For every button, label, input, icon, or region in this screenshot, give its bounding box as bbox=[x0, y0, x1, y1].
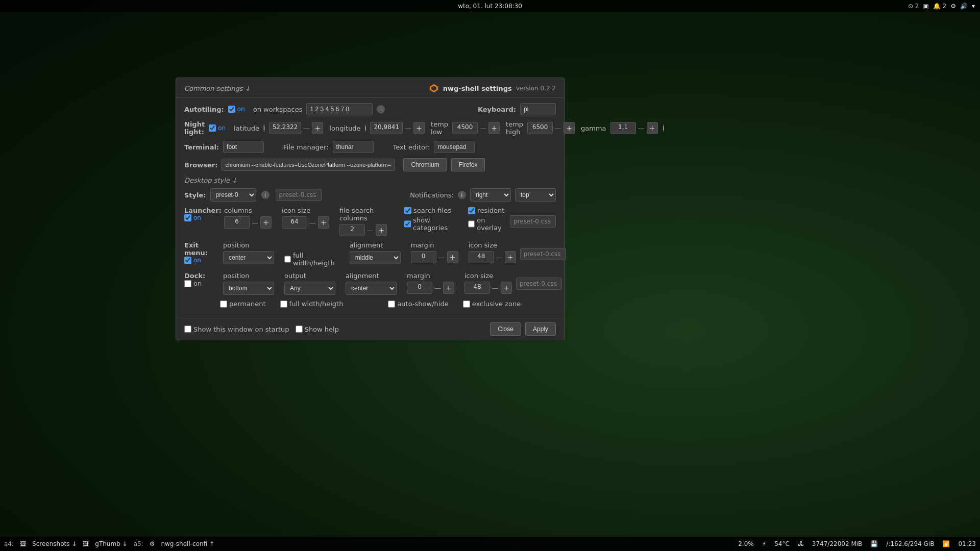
notifications-corner-select[interactable]: top bottom bbox=[515, 188, 556, 202]
launcher-columns-label: columns bbox=[224, 207, 272, 214]
browser-input[interactable] bbox=[222, 159, 395, 171]
dock-permanent-checkbox[interactable] bbox=[220, 300, 227, 308]
gthumb-label[interactable]: gThumb ↓ bbox=[95, 540, 127, 547]
exit-menu-checkbox[interactable] bbox=[184, 257, 191, 264]
workspace-a4[interactable]: a4: bbox=[4, 540, 14, 547]
common-settings-section[interactable]: Common settings ↓ bbox=[184, 85, 251, 92]
exit-margin-minus[interactable]: — bbox=[437, 254, 446, 261]
style-preset-select[interactable]: preset-0 preset-1 bbox=[210, 188, 256, 202]
topbar-icon-window: ▣ bbox=[923, 3, 928, 10]
launcher-checkbox-wrap: on bbox=[184, 214, 201, 221]
longitude-minus-icon[interactable]: — bbox=[404, 124, 412, 132]
topbar-icon-volume[interactable]: 🔊 bbox=[960, 3, 968, 10]
launcher-icon-size-minus[interactable]: — bbox=[308, 219, 317, 227]
keyboard-input[interactable] bbox=[520, 103, 556, 115]
dock-label: Dock: bbox=[184, 272, 205, 280]
temp-high-label: temp high bbox=[506, 120, 523, 136]
dock-margin-plus[interactable]: + bbox=[443, 282, 454, 294]
latitude-minus-icon[interactable]: — bbox=[302, 124, 311, 132]
topbar-icon-settings[interactable]: ⚙ bbox=[950, 3, 956, 10]
topbar-right: ⊙ 2 ▣ 🔔 2 ⚙ 🔊 ▾ bbox=[908, 3, 975, 10]
launcher-columns-minus[interactable]: — bbox=[251, 219, 259, 227]
close-button[interactable]: Close bbox=[490, 322, 521, 336]
temp-low-plus-btn[interactable]: + bbox=[488, 122, 500, 134]
autotiling-label: Autotiling: bbox=[184, 106, 224, 113]
launcher-checkbox[interactable] bbox=[184, 214, 191, 221]
app-version: version 0.2.2 bbox=[516, 85, 556, 92]
disk-usage: /:162.6/294 GiB bbox=[886, 540, 934, 547]
resident-checkbox[interactable] bbox=[468, 207, 475, 214]
latitude-info-icon[interactable]: i bbox=[263, 124, 265, 132]
bottombar: a4: 🖼 Screenshots ↓ 🖼 gThumb ↓ a5: ⚙ nwg… bbox=[0, 537, 980, 551]
search-files-checkbox[interactable] bbox=[404, 207, 411, 214]
file-search-minus[interactable]: — bbox=[366, 227, 375, 234]
dock-position-select[interactable]: bottom top left right bbox=[223, 282, 274, 295]
temp-high-plus-btn[interactable]: + bbox=[564, 122, 575, 134]
longitude-plus-btn[interactable]: + bbox=[413, 122, 425, 134]
gamma-minus-icon[interactable]: — bbox=[637, 124, 646, 132]
show-categories-checkbox[interactable] bbox=[404, 220, 411, 228]
launcher-columns-plus[interactable]: + bbox=[260, 216, 272, 229]
exit-alignment-select[interactable]: middle left right bbox=[350, 251, 401, 264]
terminal-row: Terminal: File manager: Text editor: bbox=[184, 141, 556, 153]
show-startup-checkbox[interactable] bbox=[184, 325, 191, 333]
dock-position-label: position bbox=[223, 272, 274, 280]
show-startup-label: Show this window on startup bbox=[193, 325, 289, 333]
latitude-plus-btn[interactable]: + bbox=[312, 122, 323, 134]
night-light-checkbox[interactable] bbox=[209, 124, 216, 132]
temp-low-minus-icon[interactable]: — bbox=[479, 124, 487, 132]
workspaces-label: on workspaces bbox=[253, 106, 303, 113]
dock-full-width-label: full width/heigth bbox=[289, 300, 344, 308]
text-editor-input[interactable] bbox=[434, 141, 475, 153]
desktop-style-section[interactable]: Desktop style ↓ bbox=[184, 177, 556, 184]
exit-full-width-checkbox[interactable] bbox=[284, 256, 291, 263]
dock-row: Dock: on position bottom top left right … bbox=[184, 272, 556, 295]
topbar-icon-chevron[interactable]: ▾ bbox=[972, 3, 975, 10]
workspaces-input[interactable] bbox=[306, 103, 373, 115]
apply-button[interactable]: Apply bbox=[525, 322, 556, 336]
longitude-info-icon[interactable]: i bbox=[365, 124, 366, 132]
style-label: Style: bbox=[184, 191, 206, 199]
chromium-button[interactable]: Chromium bbox=[403, 158, 447, 171]
exit-margin-plus[interactable]: + bbox=[447, 251, 458, 263]
dock-alignment-select[interactable]: center left right bbox=[346, 282, 397, 295]
file-search-plus[interactable]: + bbox=[376, 224, 387, 236]
firefox-button[interactable]: Firefox bbox=[451, 158, 485, 171]
launcher-columns-value: 6 bbox=[224, 216, 250, 229]
dock-icon-size-minus[interactable]: — bbox=[491, 284, 500, 292]
show-help-checkbox[interactable] bbox=[296, 325, 303, 333]
dock-full-width-checkbox[interactable] bbox=[280, 300, 287, 308]
workspace-a5[interactable]: a5: bbox=[134, 540, 143, 547]
dock-output-label: output bbox=[284, 272, 335, 280]
nwg-shell-label[interactable]: nwg-shell-confi ↑ bbox=[161, 540, 214, 547]
launcher-on-label: on bbox=[193, 214, 201, 221]
on-overlay-checkbox[interactable] bbox=[468, 220, 475, 228]
notifications-position-select[interactable]: right left bbox=[470, 188, 511, 202]
style-info-icon[interactable]: i bbox=[261, 191, 270, 199]
dock-exclusive-zone-checkbox[interactable] bbox=[463, 300, 470, 308]
show-startup-wrap: Show this window on startup bbox=[184, 325, 289, 333]
autotiling-row: Autotiling: on on workspaces i Keyboard: bbox=[184, 103, 556, 115]
topbar: wto, 01. lut 23:08:30 ⊙ 2 ▣ 🔔 2 ⚙ 🔊 ▾ bbox=[0, 0, 980, 12]
dock-icon-size-plus[interactable]: + bbox=[501, 282, 512, 294]
gamma-plus-btn[interactable]: + bbox=[647, 122, 658, 134]
dock-auto-show-checkbox[interactable] bbox=[388, 300, 395, 308]
notifications-info-icon[interactable]: i bbox=[458, 191, 466, 199]
dock-checkbox[interactable] bbox=[184, 280, 191, 287]
dock-output-select[interactable]: Any bbox=[284, 282, 335, 295]
dock-icon-size-label: icon size bbox=[464, 272, 512, 280]
file-manager-input[interactable] bbox=[333, 141, 374, 153]
exit-icon-size-plus[interactable]: + bbox=[505, 251, 516, 263]
exit-position-select[interactable]: center top bottom bbox=[223, 251, 274, 264]
screenshots-label[interactable]: Screenshots ↓ bbox=[32, 540, 77, 547]
temp-high-minus-icon[interactable]: — bbox=[554, 124, 562, 132]
dock-margin-minus[interactable]: — bbox=[433, 284, 442, 292]
terminal-input[interactable] bbox=[223, 141, 264, 153]
launcher-icon-size-plus[interactable]: + bbox=[318, 216, 329, 229]
dock-margin-stepper: 0 — + bbox=[407, 282, 454, 294]
exit-icon-size-minus[interactable]: — bbox=[495, 254, 504, 261]
file-manager-label: File manager: bbox=[283, 143, 328, 151]
autotiling-info-icon[interactable]: i bbox=[377, 105, 385, 113]
gamma-info-icon[interactable]: i bbox=[663, 124, 665, 132]
autotiling-checkbox[interactable] bbox=[228, 106, 235, 113]
